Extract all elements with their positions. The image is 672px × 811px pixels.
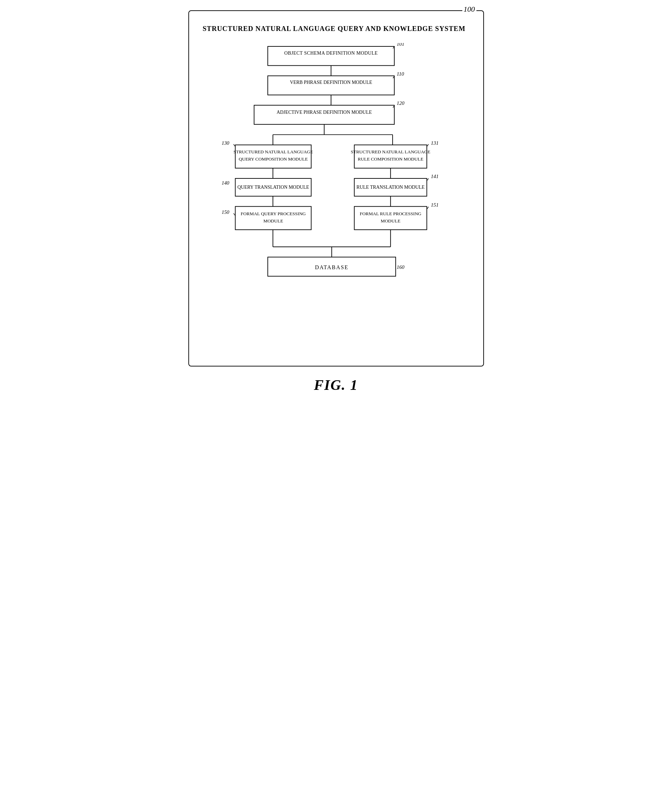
svg-text:151: 151 [431,202,438,208]
svg-text:STRUCTURED NATURAL LANGUAGE: STRUCTURED NATURAL LANGUAGE [351,149,430,154]
svg-text:VERB PHRASE DEFINITION MODULE: VERB PHRASE DEFINITION MODULE [290,80,372,85]
main-title: STRUCTURED NATURAL LANGUAGE QUERY AND KN… [203,25,470,33]
svg-text:FORMAL QUERY PROCESSING: FORMAL QUERY PROCESSING [241,211,305,216]
svg-line-34 [427,178,428,180]
svg-text:RULE COMPOSITION MODULE: RULE COMPOSITION MODULE [358,156,423,161]
svg-line-24 [427,144,428,146]
svg-text:140: 140 [221,180,229,186]
svg-line-40 [233,213,235,215]
svg-text:QUERY COMPOSITION MODULE: QUERY COMPOSITION MODULE [239,156,308,161]
svg-rect-5 [268,76,394,95]
svg-line-45 [427,207,428,209]
svg-text:160: 160 [397,265,405,270]
svg-text:OBJECT SCHEMA DEFINITION MODUL: OBJECT SCHEMA DEFINITION MODULE [284,51,378,56]
svg-text:101: 101 [397,43,404,47]
svg-text:ADJECTIVE PHRASE DEFINITION MO: ADJECTIVE PHRASE DEFINITION MODULE [277,110,372,115]
svg-rect-0 [268,46,394,66]
svg-text:131: 131 [431,140,438,146]
fig-number-top: 100 [462,5,477,14]
svg-text:STRUCTURED NATURAL LANGUAGE: STRUCTURED NATURAL LANGUAGE [233,149,313,154]
svg-text:130: 130 [221,140,229,146]
svg-text:FORMAL RULE PROCESSING: FORMAL RULE PROCESSING [360,211,421,216]
svg-text:RULE TRANSLATION MODULE: RULE TRANSLATION MODULE [356,185,424,190]
svg-text:141: 141 [431,174,438,179]
page-wrapper: 100 STRUCTURED NATURAL LANGUAGE QUERY AN… [188,10,484,393]
svg-text:DATABASE: DATABASE [315,265,348,270]
diagram-svg: OBJECT SCHEMA DEFINITION MODULE 101 VERB… [203,43,470,351]
svg-text:150: 150 [221,209,229,215]
svg-text:120: 120 [397,100,405,106]
svg-line-19 [233,144,235,146]
figure-caption: FIG. 1 [314,377,358,393]
svg-text:MODULE: MODULE [380,218,400,224]
svg-text:MODULE: MODULE [263,218,283,224]
svg-text:110: 110 [397,71,404,77]
figure-box: 100 STRUCTURED NATURAL LANGUAGE QUERY AN… [188,10,484,366]
svg-text:QUERY TRANSLATION MODULE: QUERY TRANSLATION MODULE [237,185,309,190]
